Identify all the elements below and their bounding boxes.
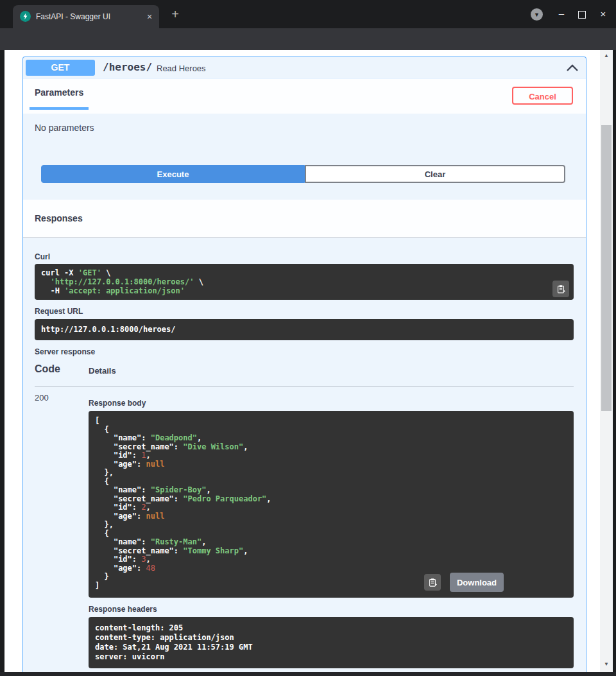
- browser-tab[interactable]: FastAPI - Swagger UI ×: [13, 5, 159, 28]
- chevron-up-icon[interactable]: [566, 63, 579, 73]
- endpoint-summary: Read Heroes: [157, 64, 206, 73]
- window-maximize-button[interactable]: [578, 11, 586, 19]
- server-response-label: Server response: [35, 347, 95, 356]
- window-close-button[interactable]: ×: [597, 8, 610, 21]
- tab-close-icon[interactable]: ×: [144, 11, 155, 22]
- scroll-up-icon[interactable]: ▲: [600, 51, 613, 60]
- http-method-badge: GET: [26, 60, 95, 76]
- opblock-get-heroes: GET /heroes/ Read Heroes Parameters Canc…: [22, 56, 586, 672]
- curl-command-block: curl -X 'GET' \ 'http://127.0.0.1:8000/h…: [35, 264, 574, 300]
- parameters-section-header: Parameters Cancel: [23, 78, 586, 114]
- curl-label: Curl: [35, 252, 50, 261]
- tab-bar: FastAPI - Swagger UI × + ▼ – ×: [0, 0, 616, 28]
- scroll-down-icon[interactable]: ▼: [600, 660, 613, 669]
- responses-title: Responses: [35, 213, 83, 223]
- window-bottom-frame: [0, 672, 616, 676]
- cancel-button[interactable]: Cancel: [512, 87, 573, 105]
- new-tab-button[interactable]: +: [168, 7, 182, 21]
- responses-section-header: Responses: [23, 200, 586, 238]
- clear-button[interactable]: Clear: [305, 165, 565, 183]
- page-scrollbar[interactable]: ▲ ▼: [600, 50, 613, 672]
- copy-response-button[interactable]: [424, 574, 441, 591]
- table-divider: [35, 386, 574, 386]
- opblock-header[interactable]: GET /heroes/ Read Heroes: [23, 57, 586, 79]
- browser-window: FastAPI - Swagger UI × + ▼ – × ← → ↻ ⓘ 1…: [0, 0, 616, 676]
- request-url-label: Request URL: [35, 307, 83, 316]
- no-parameters-text: No parameters: [35, 123, 94, 133]
- download-button[interactable]: Download: [450, 573, 504, 592]
- response-body-label: Response body: [89, 399, 146, 408]
- fastapi-favicon-icon: [20, 11, 31, 22]
- execute-button[interactable]: Execute: [41, 165, 305, 183]
- code-column-header: Code: [35, 363, 60, 375]
- details-column-header: Details: [89, 366, 116, 376]
- browser-toolbar: ← → ↻ ⓘ 127.0.0.1:8000/docs#/default/rea…: [0, 28, 616, 50]
- window-minimize-button[interactable]: –: [554, 8, 569, 21]
- copy-curl-button[interactable]: [552, 281, 569, 297]
- request-url-value: http://127.0.0.1:8000/heroes/: [35, 319, 574, 340]
- response-headers-label: Response headers: [89, 605, 157, 614]
- tab-search-icon[interactable]: ▼: [531, 8, 543, 21]
- swagger-page: GET /heroes/ Read Heroes Parameters Canc…: [4, 50, 613, 672]
- status-code: 200: [35, 393, 49, 403]
- tab-title: FastAPI - Swagger UI: [36, 12, 110, 21]
- scrollbar-thumb[interactable]: [601, 125, 612, 411]
- response-headers-block: content-length: 205 content-type: applic…: [89, 617, 574, 668]
- active-tab-underline: [30, 107, 89, 110]
- endpoint-path: /heroes/: [103, 61, 152, 73]
- response-body-block: [ { "name": "Deadpond", "secret_name": "…: [89, 411, 574, 598]
- parameters-title: Parameters: [35, 87, 83, 98]
